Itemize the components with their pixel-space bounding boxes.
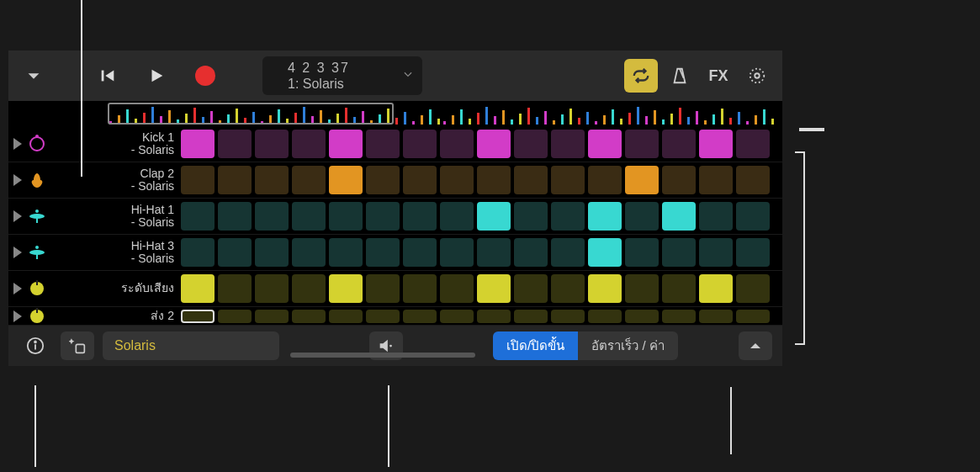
step-cell[interactable] (255, 166, 289, 194)
step-cell[interactable] (477, 202, 511, 231)
track-header[interactable]: Kick 1 - Solaris (8, 131, 181, 157)
step-cell[interactable] (662, 166, 696, 194)
step-cell[interactable] (366, 274, 400, 303)
step-cell[interactable] (403, 166, 437, 194)
track-play-button[interactable] (13, 247, 22, 258)
step-cell[interactable] (292, 238, 326, 267)
step-cell[interactable] (625, 274, 659, 303)
step-cell[interactable] (588, 202, 622, 231)
step-cell[interactable] (662, 202, 696, 231)
step-cell[interactable] (292, 130, 326, 158)
step-cell[interactable] (699, 238, 733, 267)
step-cell[interactable] (514, 274, 548, 303)
step-cell[interactable] (292, 166, 326, 194)
step-cell[interactable] (736, 310, 770, 323)
step-cell[interactable] (329, 166, 363, 194)
step-cell[interactable] (329, 274, 363, 303)
step-cell[interactable] (218, 166, 252, 194)
step-cell[interactable] (403, 238, 437, 267)
step-cell[interactable] (699, 310, 733, 323)
step-cell[interactable] (736, 274, 770, 303)
step-cell[interactable] (477, 274, 511, 303)
step-cell[interactable] (403, 202, 437, 231)
step-cell[interactable] (699, 166, 733, 194)
step-cell[interactable] (477, 166, 511, 194)
record-button[interactable] (188, 59, 222, 93)
step-cell[interactable] (329, 202, 363, 231)
metronome-button[interactable] (663, 59, 697, 93)
track-play-button[interactable] (13, 138, 22, 150)
step-cell[interactable] (736, 130, 770, 158)
step-cell[interactable] (551, 238, 585, 267)
step-cell[interactable] (477, 238, 511, 267)
step-cell[interactable] (699, 130, 733, 158)
step-cell[interactable] (551, 202, 585, 231)
step-cell[interactable] (292, 274, 326, 303)
track-play-button[interactable] (13, 174, 22, 186)
step-cell[interactable] (366, 202, 400, 231)
segment-rate-value[interactable]: อัตราเร็ว / ค่า (578, 331, 678, 360)
step-cell[interactable] (514, 166, 548, 194)
step-cell[interactable] (218, 130, 252, 158)
step-cell[interactable] (662, 130, 696, 158)
step-cell[interactable] (514, 238, 548, 267)
track-header[interactable]: Hi-Hat 1 - Solaris (8, 204, 181, 230)
step-cell[interactable] (514, 202, 548, 231)
pattern-name-field[interactable]: Solaris (103, 331, 279, 360)
menu-dropdown-button[interactable] (17, 59, 50, 93)
step-cell[interactable] (181, 238, 215, 267)
step-cell[interactable] (588, 274, 622, 303)
step-cell[interactable] (551, 274, 585, 303)
info-button[interactable] (19, 331, 52, 360)
step-cell[interactable] (440, 310, 474, 323)
step-cell[interactable] (477, 310, 511, 323)
settings-button[interactable] (740, 59, 774, 93)
track-header[interactable]: ระดับเสียง (8, 278, 181, 299)
step-cell[interactable] (218, 238, 252, 267)
step-cell[interactable] (366, 166, 400, 194)
step-cell[interactable] (366, 238, 400, 267)
segment-step-toggle[interactable]: เปิด/ปิดขั้น (493, 331, 578, 360)
track-header[interactable]: Clap 2 - Solaris (8, 167, 181, 194)
step-cell[interactable] (255, 202, 289, 231)
step-cell[interactable] (403, 274, 437, 303)
track-header[interactable]: Hi-Hat 3 - Solaris (8, 240, 181, 266)
step-cell[interactable] (440, 130, 474, 158)
step-cell[interactable] (736, 202, 770, 231)
step-cell[interactable] (218, 310, 252, 323)
play-button[interactable] (140, 59, 173, 93)
step-cell[interactable] (255, 130, 289, 158)
loop-button[interactable] (624, 59, 658, 93)
edit-mode-segmented[interactable]: เปิด/ปิดขั้น อัตราเร็ว / ค่า (493, 331, 678, 360)
step-cell[interactable] (625, 310, 659, 323)
step-cell[interactable] (181, 202, 215, 231)
step-cell[interactable] (181, 310, 215, 323)
step-cell[interactable] (440, 238, 474, 267)
track-header[interactable]: ส่ง 2 (8, 306, 181, 326)
horizontal-scroll-indicator[interactable] (290, 353, 475, 358)
step-cell[interactable] (625, 130, 659, 158)
step-cell[interactable] (329, 310, 363, 323)
step-cell[interactable] (736, 238, 770, 267)
step-cell[interactable] (699, 202, 733, 231)
step-cell[interactable] (255, 274, 289, 303)
step-cell[interactable] (181, 274, 215, 303)
step-cell[interactable] (514, 130, 548, 158)
step-cell[interactable] (255, 238, 289, 267)
step-cell[interactable] (625, 202, 659, 231)
step-cell[interactable] (662, 238, 696, 267)
step-cell[interactable] (292, 202, 326, 231)
step-cell[interactable] (329, 130, 363, 158)
step-cell[interactable] (366, 310, 400, 323)
step-cell[interactable] (662, 310, 696, 323)
step-cell[interactable] (588, 166, 622, 194)
step-cell[interactable] (292, 310, 326, 323)
step-cell[interactable] (366, 130, 400, 158)
step-cell[interactable] (625, 238, 659, 267)
go-to-start-button[interactable] (91, 59, 124, 93)
step-cell[interactable] (477, 130, 511, 158)
magic-wand-button[interactable] (61, 331, 94, 360)
step-cell[interactable] (255, 310, 289, 323)
expand-button[interactable] (739, 331, 772, 360)
step-cell[interactable] (588, 310, 622, 323)
